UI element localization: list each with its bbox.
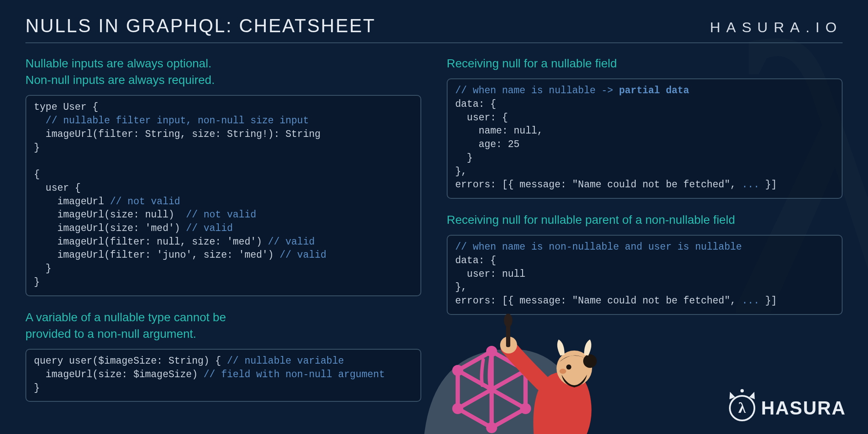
code-comment: // when name is nullable -> [455,85,619,96]
code-line: } [34,263,51,274]
code-line: imageUrl(size: null) [34,209,186,220]
code-line: imageUrl(filter: String, size: String!):… [34,129,320,140]
heading-line: Nullable inputs are always optional. [25,57,211,70]
code-line: age: 25 [455,139,520,150]
code-block-null-parent: // when name is non-nullable and user is… [447,235,843,315]
heading-line: A variable of a nullable type cannot be [25,311,226,324]
code-block-type-user: type User { // nullable filter input, no… [25,95,421,296]
code-line: }, [455,166,467,177]
code-line: errors: [{ message: "Name could not be f… [455,179,742,190]
code-line: }] [760,295,777,306]
columns: Nullable inputs are always optional. Non… [25,55,843,402]
code-line: }] [760,179,777,190]
code-line: user { [34,183,81,194]
code-ellipsis: ... [742,179,759,190]
hasura-logo-mark: λ [729,395,755,421]
code-line: } [34,277,40,288]
section-heading-nullable-field: Receiving null for a nullable field [447,55,843,72]
code-comment: // nullable filter input, non-null size … [34,115,309,126]
code-comment: // not valid [110,196,180,207]
code-comment-strong: partial data [619,85,689,96]
code-line: imageUrl(size: 'med') [34,223,186,234]
svg-point-6 [452,403,463,414]
code-line: imageUrl [34,196,110,207]
code-line: errors: [{ message: "Name could not be f… [455,295,742,306]
hasura-logo: λ HASURA [729,395,846,421]
header: NULLS IN GRAPHQL: CHEATSHEET HASURA.IO [25,15,843,43]
code-comment: // valid [186,223,233,234]
code-line: name: null, [455,125,543,136]
section-heading-inputs: Nullable inputs are always optional. Non… [25,55,421,88]
code-line: imageUrl(filter: 'juno', size: 'med') [34,250,280,261]
right-column: Receiving null for a nullable field // w… [447,55,843,402]
heading-line: provided to a non-null argument. [25,327,196,340]
code-comment: // valid [268,236,314,248]
code-line: data: { [455,255,496,266]
code-line: type User { [34,102,98,113]
brand-url: HASURA.IO [710,19,843,36]
code-line: } [34,383,40,394]
code-line: imageUrl(size: $imageSize) [34,369,203,380]
code-block-partial-data: // when name is nullable -> partial data… [447,78,843,199]
code-line: } [34,142,40,153]
svg-point-7 [520,403,531,414]
left-column: Nullable inputs are always optional. Non… [25,55,421,402]
svg-point-9 [486,422,497,433]
code-line: }, [455,282,467,293]
section-heading-variable: A variable of a nullable type cannot be … [25,309,421,342]
page-title: NULLS IN GRAPHQL: CHEATSHEET [25,15,376,36]
hasura-logo-text: HASURA [761,398,846,419]
code-comment: // field with non-null argument [203,369,385,380]
code-line: data: { [455,99,496,110]
code-comment: // valid [280,250,326,261]
code-line: imageUrl(filter: null, size: 'med') [34,236,268,248]
code-comment: // nullable variable [227,356,344,367]
page-container: NULLS IN GRAPHQL: CHEATSHEET HASURA.IO N… [0,0,868,402]
heading-line: Non-null inputs are always required. [25,73,215,86]
code-comment: // not valid [186,209,256,220]
code-line: user: null [455,269,526,280]
lambda-icon: λ [738,399,746,417]
code-comment: // when name is non-nullable and user is… [455,242,742,253]
code-ellipsis: ... [742,295,759,306]
code-line: user: { [455,112,508,123]
code-line: query user($imageSize: String) { [34,356,227,367]
code-line: { [34,169,40,180]
code-block-query: query user($imageSize: String) { // null… [25,349,421,402]
code-line: } [455,153,473,164]
section-heading-nullable-parent: Receiving null for nullable parent of a … [447,211,843,228]
